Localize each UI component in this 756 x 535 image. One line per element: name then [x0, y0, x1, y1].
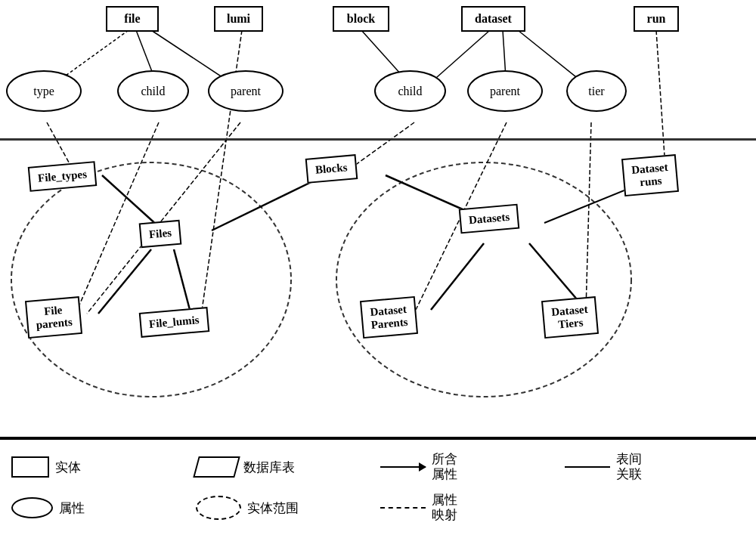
- entity-lumi: lumi: [214, 6, 263, 32]
- legend-scope-label: 实体范围: [247, 499, 299, 517]
- db-dataset-parents: DatasetParents: [360, 296, 418, 339]
- db-file-types: File_types: [28, 161, 98, 192]
- attr-parent1: parent: [208, 70, 284, 112]
- legend-entity-label: 实体: [55, 459, 81, 476]
- legend-inter-table-label: 表间关联: [616, 452, 642, 483]
- attr-block-parent: parent: [467, 70, 543, 112]
- bottom-diagram: File_types Blocks Datasetruns Files Data…: [0, 140, 756, 438]
- attr-block-child: child: [374, 70, 446, 112]
- entity-run: run: [634, 6, 679, 32]
- entity-block: block: [333, 6, 389, 32]
- entity-file: file: [106, 6, 159, 32]
- top-section: file lumi block dataset run type child p…: [0, 0, 756, 140]
- db-files: Files: [139, 220, 182, 249]
- legend-entity-scope: 实体范围: [196, 490, 376, 526]
- db-file-parents: Fileparents: [25, 296, 82, 339]
- legend-entity-symbol: [11, 456, 49, 478]
- db-blocks: Blocks: [305, 154, 358, 184]
- legend-attribute: 属性: [11, 490, 191, 526]
- legend-db-table: 数据库表: [196, 449, 376, 485]
- legend-dashdot-symbol: [380, 507, 426, 509]
- legend-solid-line-symbol: [565, 466, 610, 468]
- legend-mapping-label: 属性映射: [432, 493, 457, 524]
- legend-attr-label: 所含属性: [432, 452, 457, 483]
- attr-tier: tier: [566, 70, 627, 112]
- legend-section: 实体 数据库表 所含属性 表间关联 属性 实体范围 属性映射: [0, 438, 756, 535]
- db-file-lumis: File_lumis: [139, 307, 209, 338]
- diagram-area: file lumi block dataset run type child p…: [0, 0, 756, 438]
- legend-contained-attr: 所含属性: [380, 449, 560, 485]
- legend-entity: 实体: [11, 449, 191, 485]
- legend-arrow-symbol: [380, 466, 426, 468]
- entity-dataset: dataset: [461, 6, 525, 32]
- legend-db-label: 数据库表: [243, 459, 295, 476]
- legend-db-symbol: [193, 456, 240, 478]
- attr-file-child: child: [117, 70, 189, 112]
- db-datasets: Datasets: [459, 204, 520, 234]
- legend-inter-table: 表间关联: [565, 449, 745, 485]
- db-dataset-runs: Datasetruns: [621, 154, 679, 196]
- legend-empty: [565, 490, 745, 526]
- legend-attr-mapping: 属性映射: [380, 490, 560, 526]
- db-dataset-tiers: DatasetTiers: [541, 296, 599, 339]
- legend-ellipse-symbol: [11, 497, 53, 518]
- legend-dotted-symbol: [196, 496, 241, 520]
- attr-type: type: [6, 70, 82, 112]
- legend-attribute-label: 属性: [59, 499, 85, 517]
